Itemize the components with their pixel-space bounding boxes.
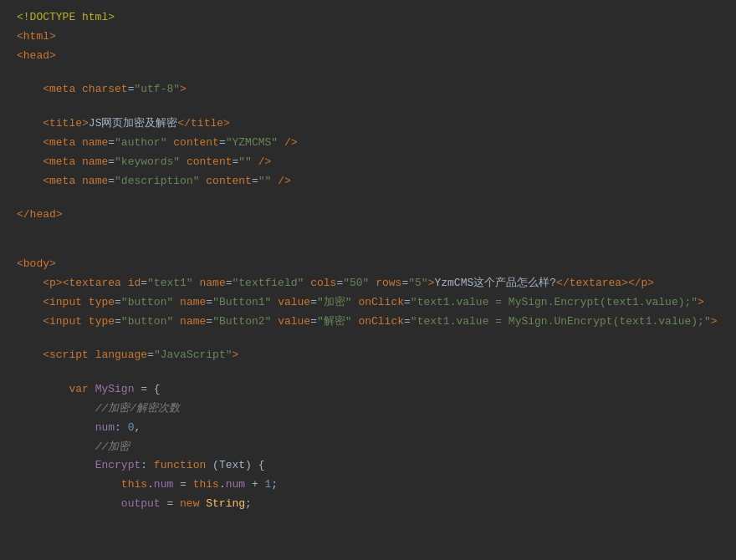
indent-7 [17, 294, 43, 312]
indent-5 [17, 173, 43, 191]
var-kw: var [69, 381, 95, 399]
name-attr-b2: name [180, 313, 206, 331]
html-open-tag: <html> [17, 28, 56, 46]
onclick-val-2: "text1.value = MySign.UnEncrypt(text1.va… [411, 313, 711, 331]
type-value-2: "button" [121, 313, 173, 331]
line-11-empty [0, 191, 736, 206]
author-content: "YZMCMS" [226, 135, 278, 152]
charset-attr: charset [82, 81, 128, 99]
eq12: = [115, 294, 121, 312]
assign: = { [134, 381, 160, 399]
assign-3: = [161, 496, 180, 513]
space-11 [271, 313, 278, 331]
mysign-name: MySign [95, 381, 135, 399]
line-3: <head> [0, 47, 736, 66]
semi-1: ; [271, 476, 278, 494]
line-28: output = new String ; [0, 495, 736, 514]
encrypt-prop: Encrypt [95, 457, 141, 475]
doctype-text: <!DOCTYPE html> [17, 9, 115, 27]
eq9: = [226, 275, 233, 293]
onclick-attr-2: onClick [358, 313, 404, 331]
space-9 [352, 294, 359, 312]
keywords-value: "keywords" [115, 154, 180, 171]
line-17: <input type = "button" name = "Button1" … [0, 293, 736, 313]
output-var: output [121, 496, 161, 513]
eq15: = [404, 294, 411, 312]
num-value: 0 [128, 420, 135, 437]
line-4-empty [0, 65, 736, 80]
value-attr-2: value [278, 313, 310, 331]
space-3 [199, 173, 206, 191]
name-value-b1: "Button1" [212, 294, 271, 312]
text-param: Text [219, 457, 245, 475]
eq16: = [115, 313, 121, 331]
line-21-empty [0, 365, 736, 380]
eq19: = [404, 313, 411, 331]
body-open-tag: <body> [17, 256, 56, 273]
comment-1: //加密/解密次数 [95, 400, 180, 418]
onclick-val-1: "text1.value = MySign.Encrypt(text1.valu… [411, 294, 698, 312]
indent-3 [17, 135, 43, 152]
space-5 [304, 275, 310, 293]
paren-open: ( [212, 457, 219, 475]
line-1: <!DOCTYPE html> [0, 8, 736, 28]
eq7: = [252, 173, 258, 191]
script-close-bracket: > [233, 347, 239, 364]
head-open-tag: <head> [17, 48, 56, 65]
indent-16 [17, 496, 121, 513]
onclick-attr-1: onClick [358, 294, 404, 312]
line-22: var MySign = { [0, 380, 736, 400]
colon-2: : [141, 457, 154, 475]
line-7: <title> JS网页加密及解密 </title> [0, 115, 736, 134]
language-attr: language [95, 347, 147, 364]
input2-tag: <input [43, 313, 89, 331]
name-attr-b1: name [180, 294, 206, 312]
meta-keywords-tag: <meta [43, 154, 82, 171]
textarea-close: </textarea> [556, 275, 628, 293]
eq13: = [206, 294, 212, 312]
value-val-1: "加密" [317, 294, 352, 312]
value-attr-1: value [278, 294, 310, 312]
desc-content: "" [258, 173, 272, 191]
title-open: <title> [43, 115, 89, 133]
language-value: "JavaScript" [154, 347, 233, 364]
line-24: num : 0 , [0, 419, 736, 438]
name-attr-2: name [82, 154, 108, 171]
indent-10 [17, 381, 69, 399]
line-2: <html> [0, 28, 736, 47]
this-kw: this [121, 476, 147, 494]
indent-13 [17, 439, 95, 456]
indent-8 [17, 313, 43, 331]
new-kw: new [180, 496, 206, 513]
textarea-content: YzmCMS这个产品怎么样? [434, 275, 556, 293]
dot-1: . [147, 476, 154, 494]
type-attr-1: type [89, 294, 115, 312]
code-editor: <!DOCTYPE html> <html> <head> <meta char… [0, 0, 736, 560]
line-26: Encrypt : function ( Text ) { [0, 456, 736, 476]
paren-close: ) { [245, 457, 264, 475]
indent-2 [17, 115, 43, 133]
line-13-empty [0, 225, 736, 240]
value-val-2: "解密" [317, 313, 352, 331]
indent-4 [17, 154, 43, 171]
name-attr-ta: name [199, 275, 225, 293]
plus: + [245, 476, 264, 494]
textarea-close-bracket: > [428, 275, 435, 293]
assign-2: = [173, 476, 192, 494]
indent-15 [17, 476, 121, 494]
line-27: this . num = this . num + 1 ; [0, 476, 736, 495]
dot-2: . [219, 476, 226, 494]
semi-2: ; [245, 496, 252, 513]
name-value-b2: "Button2" [212, 313, 271, 331]
line-5: <meta charset = "utf-8" > [0, 80, 736, 99]
string-ctor: String [206, 496, 245, 513]
keywords-content: "" [238, 154, 252, 171]
eq18: = [310, 313, 317, 331]
eq2: = [108, 135, 115, 152]
content-attr-3: content [206, 173, 252, 191]
title-text: JS网页加密及解密 [89, 115, 178, 133]
id-value: "text1" [147, 275, 193, 293]
indent-11 [17, 400, 95, 418]
charset-value: "utf-8" [134, 81, 180, 99]
num-ref: num [154, 476, 173, 494]
